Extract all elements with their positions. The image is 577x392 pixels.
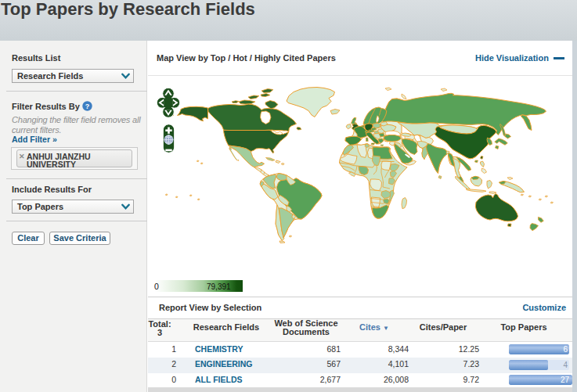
svg-text:?: ? bbox=[85, 102, 90, 110]
